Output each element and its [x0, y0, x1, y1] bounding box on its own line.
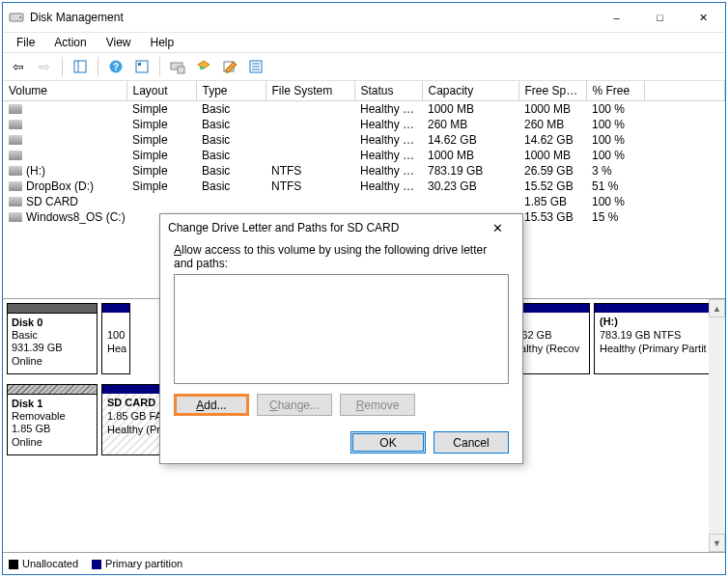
- svg-text:?: ?: [113, 62, 119, 72]
- toolbar: ⇦ ⇨ ?: [3, 52, 725, 81]
- properties-button[interactable]: [218, 55, 241, 78]
- change-drive-letter-dialog: Change Drive Letter and Paths for SD CAR…: [159, 213, 523, 464]
- table-row[interactable]: (H:)SimpleBasicNTFSHealthy (P...783.19 G…: [3, 163, 725, 179]
- volume-icon: [9, 151, 22, 160]
- disk1-type: Removable: [12, 410, 66, 422]
- disk1-size: 1.85 GB: [12, 423, 50, 434]
- volume-icon: [9, 135, 22, 145]
- menubar: File Action View Help: [3, 33, 725, 52]
- dialog-titlebar[interactable]: Change Drive Letter and Paths for SD CAR…: [160, 214, 522, 241]
- svg-rect-11: [200, 67, 204, 69]
- disk0-sidebar[interactable]: Disk 0 Basic 931.39 GB Online: [7, 303, 98, 374]
- disk0-state: Online: [12, 355, 42, 367]
- col-volume[interactable]: Volume: [3, 81, 126, 101]
- col-status[interactable]: Status: [354, 81, 422, 101]
- table-row[interactable]: SimpleBasicHealthy (R...1000 MB1000 MB10…: [3, 148, 725, 163]
- col-filesystem[interactable]: File System: [266, 81, 354, 101]
- legend-unallocated: Unallocated: [9, 558, 78, 569]
- maximize-button[interactable]: □: [638, 3, 682, 32]
- forward-button[interactable]: ⇨: [33, 55, 56, 78]
- add-button[interactable]: Add...: [174, 394, 249, 416]
- disk0-name: Disk 0: [12, 317, 42, 328]
- volume-icon: [9, 120, 22, 129]
- volume-icon: [9, 166, 22, 176]
- scroll-up-icon[interactable]: ▲: [709, 299, 725, 317]
- table-row[interactable]: SimpleBasicHealthy (R...14.62 GB14.62 GB…: [3, 132, 725, 148]
- volume-icon: [9, 197, 22, 206]
- cancel-button[interactable]: Cancel: [434, 431, 509, 454]
- disk0-partition-0[interactable]: 100 Hea: [101, 303, 130, 374]
- col-layout[interactable]: Layout: [126, 81, 196, 101]
- scroll-down-icon[interactable]: ▼: [709, 534, 725, 552]
- menu-view[interactable]: View: [98, 35, 139, 50]
- help-button[interactable]: ?: [104, 55, 127, 78]
- settings-button[interactable]: [130, 55, 154, 78]
- table-row[interactable]: SD CARD1.85 GB100 %: [3, 194, 725, 209]
- disk-management-app-icon: [9, 10, 24, 25]
- svg-point-1: [19, 16, 21, 18]
- close-button[interactable]: ✕: [682, 3, 725, 32]
- volume-list-header[interactable]: Volume Layout Type File System Status Ca…: [3, 81, 725, 101]
- menu-file[interactable]: File: [9, 35, 42, 50]
- dialog-instruction: Allow access to this volume by using the…: [174, 243, 509, 270]
- table-row[interactable]: DropBox (D:)SimpleBasicNTFSHealthy (P...…: [3, 179, 725, 194]
- remove-button: Remove: [340, 394, 415, 416]
- table-row[interactable]: SimpleBasicHealthy (E...260 MB260 MB100 …: [3, 117, 725, 132]
- titlebar: Disk Management – □ ✕: [3, 3, 725, 33]
- list-button[interactable]: [244, 55, 267, 78]
- dialog-close-button[interactable]: ✕: [480, 221, 515, 235]
- col-capacity[interactable]: Capacity: [422, 81, 518, 101]
- disk-pane-scrollbar[interactable]: ▲ ▼: [709, 299, 725, 552]
- disk0-size: 931.39 GB: [12, 342, 63, 353]
- table-row[interactable]: SimpleBasicHealthy (R...1000 MB1000 MB10…: [3, 101, 725, 118]
- back-button[interactable]: ⇦: [7, 55, 30, 78]
- refresh-disks-button[interactable]: [166, 55, 189, 78]
- volume-icon: [9, 181, 22, 191]
- col-freespace[interactable]: Free Spa...: [518, 81, 586, 101]
- ok-button[interactable]: OK: [350, 431, 426, 454]
- col-pctfree[interactable]: % Free: [586, 81, 644, 101]
- svg-rect-2: [74, 61, 86, 72]
- disk0-type: Basic: [12, 329, 38, 341]
- change-button: Change...: [257, 394, 332, 416]
- window-title: Disk Management: [30, 11, 595, 24]
- disk1-sidebar[interactable]: Disk 1 Removable 1.85 GB Online: [7, 384, 98, 455]
- volume-icon: [9, 212, 22, 222]
- show-actions-button[interactable]: [192, 55, 215, 78]
- show-hide-tree-button[interactable]: [69, 55, 92, 78]
- legend-primary: Primary partition: [92, 558, 182, 569]
- window-controls: – □ ✕: [595, 3, 725, 32]
- dialog-title-text: Change Drive Letter and Paths for SD CAR…: [168, 221, 480, 234]
- minimize-button[interactable]: –: [595, 3, 638, 32]
- disk0-partition-h[interactable]: (H:) 783.19 GB NTFS Healthy (Primary Par…: [594, 303, 721, 374]
- svg-rect-9: [178, 67, 184, 73]
- menu-help[interactable]: Help: [143, 35, 182, 50]
- svg-rect-7: [138, 63, 141, 66]
- col-type[interactable]: Type: [196, 81, 266, 101]
- menu-action[interactable]: Action: [46, 35, 94, 50]
- disk-management-window: Disk Management – □ ✕ File Action View H…: [2, 2, 726, 575]
- svg-rect-6: [136, 61, 148, 72]
- disk1-name: Disk 1: [12, 398, 42, 409]
- disk1-state: Online: [12, 436, 42, 448]
- drive-letter-listbox[interactable]: [174, 274, 509, 384]
- volume-icon: [9, 104, 22, 114]
- legend: Unallocated Primary partition: [3, 552, 725, 574]
